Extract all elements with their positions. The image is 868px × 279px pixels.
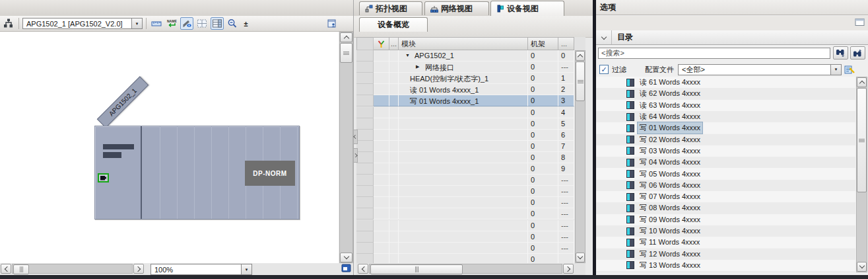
table-cell[interactable] — [356, 84, 374, 95]
table-cell[interactable] — [356, 73, 374, 84]
module-cell[interactable] — [399, 130, 528, 141]
rack-cell[interactable]: 0 — [528, 95, 558, 106]
filter-checkbox[interactable]: ✓ — [599, 65, 609, 74]
header-dots-cell[interactable]: ... — [389, 37, 399, 50]
module-cell[interactable] — [399, 186, 528, 197]
table-cell[interactable] — [356, 50, 374, 61]
catalog-vertical-scrollbar[interactable] — [856, 77, 867, 272]
catalog-item[interactable]: 写 05 Words 4xxxx — [596, 168, 855, 179]
overview-row[interactable]: 0--- — [356, 175, 574, 186]
overview-row[interactable]: 0--- — [356, 231, 574, 243]
table-cell[interactable] — [389, 61, 399, 73]
rack-cell[interactable]: 0 — [528, 84, 558, 95]
slot-cell[interactable]: --- — [558, 175, 574, 186]
table-cell[interactable] — [356, 118, 374, 130]
collapse-panel-button[interactable] — [855, 18, 865, 27]
overview-row[interactable]: 0--- — [356, 197, 574, 208]
overview-row[interactable]: ▼APG1502_100 — [356, 50, 574, 61]
module-cell[interactable] — [399, 254, 528, 263]
slot-cell[interactable]: 8 — [558, 152, 574, 163]
overview-pane-button[interactable] — [211, 17, 224, 30]
collapse-arrow-icon[interactable]: ▼ — [405, 53, 410, 58]
rack-cell[interactable]: 0 — [528, 73, 558, 84]
table-cell[interactable] — [389, 254, 399, 263]
module-cell[interactable] — [399, 175, 528, 186]
table-cell[interactable] — [389, 107, 399, 118]
canvas-vertical-scrollbar[interactable] — [339, 32, 353, 263]
table-cell[interactable] — [389, 50, 399, 61]
overview-row[interactable]: 08 — [356, 152, 574, 163]
task-card-divider[interactable] — [593, 0, 596, 279]
catalog-item[interactable]: 写 11 Words 4xxxx — [596, 237, 855, 248]
zoom-dropdown-arrow[interactable]: ▼ — [241, 264, 251, 274]
scrollbar-thumb[interactable] — [576, 61, 585, 101]
catalog-item[interactable]: 读 62 Words 4xxxx — [596, 88, 855, 99]
zoom-out-button[interactable] — [226, 17, 239, 30]
scrollbar-thumb[interactable] — [857, 88, 867, 192]
header-status-cell[interactable] — [374, 37, 389, 50]
table-cell[interactable] — [389, 152, 399, 163]
rack-cell[interactable]: 0 — [528, 61, 558, 73]
table-cell[interactable] — [389, 130, 399, 141]
overview-row[interactable]: 06 — [356, 130, 574, 141]
overview-row[interactable]: 05 — [356, 118, 574, 130]
module-cell[interactable] — [399, 141, 528, 152]
header-dots2-cell[interactable]: ... — [558, 37, 574, 50]
table-cell[interactable] — [389, 84, 399, 95]
measure-ruler-button[interactable] — [150, 17, 163, 30]
catalog-item[interactable] — [596, 271, 855, 272]
slot-cell[interactable]: 4 — [558, 107, 574, 118]
rack-cell[interactable]: 0 — [528, 175, 558, 186]
rack-cell[interactable]: 0 — [528, 254, 558, 263]
keep-layout-button[interactable] — [325, 17, 339, 30]
slot-cell[interactable]: 9 — [558, 163, 574, 175]
scroll-up-button[interactable] — [857, 77, 867, 87]
table-cell[interactable] — [356, 61, 374, 73]
overview-row[interactable]: 0 — [356, 254, 574, 263]
overview-row[interactable]: HEAD(控制字/状态字)_101 — [356, 73, 574, 84]
rack-cell[interactable]: 0 — [528, 231, 558, 243]
table-cell[interactable] — [374, 220, 389, 231]
table-cell[interactable] — [374, 208, 389, 219]
table-cell[interactable] — [356, 220, 374, 231]
table-cell[interactable] — [389, 95, 399, 106]
slot-cell[interactable]: --- — [558, 197, 574, 208]
scrollbar-thumb[interactable] — [370, 264, 463, 274]
module-cell[interactable]: 读 01 Words 4xxxx_1 — [399, 84, 528, 95]
tab-topology-view[interactable]: 拓扑视图 — [359, 1, 422, 15]
module-cell[interactable]: ▶网络接口 — [399, 61, 528, 73]
table-cell[interactable] — [374, 186, 389, 197]
table-cell[interactable] — [389, 231, 399, 243]
slot-cell[interactable]: 7 — [558, 141, 574, 152]
catalog-item[interactable]: 写 10 Words 4xxxx — [596, 225, 855, 237]
catalog-item[interactable]: 写 07 Words 4xxxx — [596, 191, 855, 202]
catalog-item[interactable]: 读 63 Words 4xxxx — [596, 100, 855, 111]
slot-cell[interactable]: --- — [558, 220, 574, 231]
rack-cell[interactable]: 0 — [528, 118, 558, 130]
rack-cell[interactable]: 0 — [528, 50, 558, 61]
module-cell[interactable] — [399, 231, 528, 243]
rack-cell[interactable]: 0 — [528, 197, 558, 208]
device-selector-combo[interactable]: APG1502_1 [APG1502_V2.0] ▼ — [22, 18, 143, 29]
table-cell[interactable] — [374, 243, 389, 254]
catalog-item[interactable]: 写 02 Words 4xxxx — [596, 134, 855, 145]
table-cell[interactable] — [374, 130, 389, 141]
scrollbar-thumb[interactable] — [13, 264, 29, 274]
scroll-down-button[interactable] — [857, 262, 867, 272]
table-cell[interactable] — [356, 141, 374, 152]
module-cell[interactable] — [399, 107, 528, 118]
collapse-right-handle[interactable] — [353, 148, 358, 163]
table-cell[interactable] — [389, 73, 399, 84]
table-cell[interactable] — [356, 163, 374, 175]
table-cell[interactable] — [374, 231, 389, 243]
table-cell[interactable] — [374, 197, 389, 208]
module-cell[interactable] — [399, 118, 528, 130]
table-cell[interactable] — [389, 163, 399, 175]
device-rack[interactable]: DP-NORM — [94, 126, 300, 219]
table-cell[interactable] — [356, 243, 374, 254]
catalog-search-input[interactable]: <搜索> — [598, 48, 830, 59]
module-cell[interactable]: ▼APG1502_1 — [399, 50, 528, 61]
profile-combo[interactable]: <全部> ▼ — [678, 64, 842, 75]
module-cell[interactable]: 写 01 Words 4xxxx_1 — [399, 95, 528, 106]
rack-cell[interactable]: 0 — [528, 208, 558, 219]
